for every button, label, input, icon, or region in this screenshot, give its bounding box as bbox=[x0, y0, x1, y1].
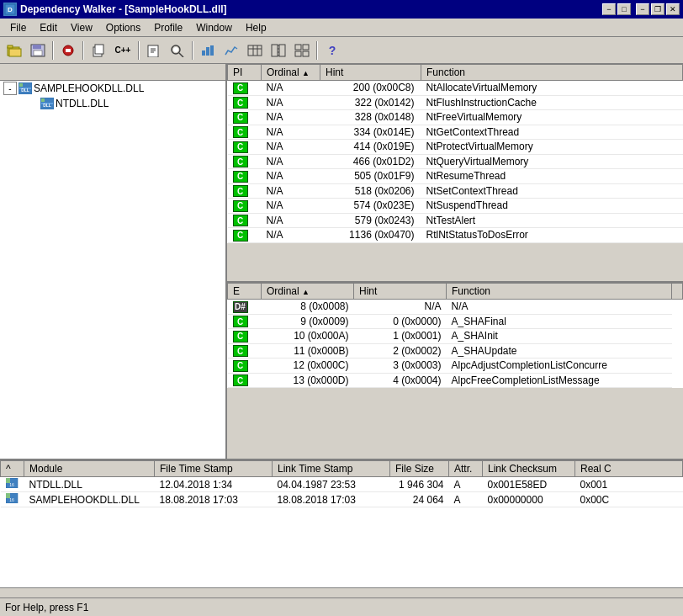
menu-window[interactable]: Window bbox=[189, 20, 239, 35]
lower-col-ordinal[interactable]: Ordinal ▲ bbox=[262, 284, 354, 300]
lower-cell-ordinal: 10 (0x000A) bbox=[262, 329, 354, 344]
menu-file[interactable]: File bbox=[3, 20, 33, 35]
toolbar-chart2[interactable] bbox=[220, 40, 242, 61]
bottom-col-attr[interactable]: Attr. bbox=[449, 461, 483, 477]
upper-right-pane[interactable]: PI Ordinal ▲ Hint Function C N/A 200 (0x… bbox=[227, 64, 683, 283]
bottom-table-row[interactable]: 16 SAMPLEHOOKDLL.DLL 18.08.2018 17:03 18… bbox=[1, 492, 683, 507]
upper-table-row[interactable]: C N/A 1136 (0x0470) RtlNtStatusToDosErro… bbox=[228, 228, 683, 243]
window-minimize-button[interactable]: − bbox=[636, 3, 649, 15]
lower-cell-e: C bbox=[228, 358, 262, 374]
upper-col-hint[interactable]: Hint bbox=[320, 65, 421, 81]
lower-col-e[interactable]: E bbox=[228, 284, 262, 300]
toolbar-search[interactable] bbox=[167, 40, 188, 61]
lower-table-row[interactable]: C 13 (0x000D) 4 (0x0004) AlpcFreeComplet… bbox=[228, 373, 683, 388]
bottom-col-linktime[interactable]: Link Time Stamp bbox=[273, 461, 390, 477]
upper-col-function[interactable]: Function bbox=[421, 65, 683, 81]
minimize-button[interactable]: − bbox=[602, 3, 616, 15]
maximize-button[interactable]: □ bbox=[617, 3, 631, 15]
lower-table-row[interactable]: C 12 (0x000C) 3 (0x0003) AlpcAdjustCompl… bbox=[228, 358, 683, 374]
upper-table-row[interactable]: C N/A 322 (0x0142) NtFlushInstructionCac… bbox=[228, 95, 683, 110]
upper-cell-pi: C bbox=[228, 183, 262, 199]
bottom-col-realc[interactable]: Real C bbox=[575, 461, 683, 477]
upper-table-row[interactable]: C N/A 466 (0x01D2) NtQueryVirtualMemory bbox=[228, 154, 683, 169]
menu-profile[interactable]: Profile bbox=[147, 20, 189, 35]
svg-text:DLL: DLL bbox=[21, 88, 29, 93]
lower-cell-function: A_SHAUpdate bbox=[447, 343, 672, 358]
svg-text:16: 16 bbox=[9, 497, 14, 502]
menu-options[interactable]: Options bbox=[99, 20, 147, 35]
tree-item-ntdll[interactable]: DLL NTDLL.DLL bbox=[0, 96, 225, 111]
bottom-cell-attr: A bbox=[449, 492, 483, 507]
menu-edit[interactable]: Edit bbox=[33, 20, 64, 35]
pi-badge: C bbox=[233, 171, 248, 183]
upper-table-row[interactable]: C N/A 579 (0x0243) NtTestAlert bbox=[228, 213, 683, 228]
bottom-area: ^ Module File Time Stamp Link Time Stamp… bbox=[0, 459, 683, 597]
lower-cell-e: C bbox=[228, 329, 262, 344]
upper-cell-ordinal: N/A bbox=[262, 110, 320, 125]
toolbar-open-file[interactable] bbox=[143, 40, 165, 61]
bottom-cell-module: NTDLL.DLL bbox=[24, 477, 155, 492]
upper-table-row[interactable]: C N/A 505 (0x01F9) NtResumeThread bbox=[228, 169, 683, 184]
bottom-table-area[interactable]: ^ Module File Time Stamp Link Time Stamp… bbox=[0, 459, 683, 587]
menu-help[interactable]: Help bbox=[239, 20, 273, 35]
lower-cell-ordinal: 13 (0x000D) bbox=[262, 373, 354, 388]
lower-col-hint[interactable]: Hint bbox=[354, 284, 447, 300]
upper-col-pi[interactable]: PI bbox=[228, 65, 262, 81]
toolbar-table[interactable] bbox=[244, 40, 266, 61]
toolbar-copy[interactable] bbox=[87, 40, 109, 61]
toolbar-grid[interactable] bbox=[291, 40, 313, 61]
upper-col-ordinal[interactable]: Ordinal ▲ bbox=[262, 65, 320, 81]
tree-expand-samplehook[interactable]: - bbox=[3, 82, 17, 95]
window-restore-button[interactable]: ❐ bbox=[651, 3, 664, 15]
lower-table-row[interactable]: D# 8 (0x0008) N/A N/A bbox=[228, 300, 683, 315]
lower-table-row[interactable]: C 9 (0x0009) 0 (0x0000) A_SHAFinal bbox=[228, 314, 683, 329]
main-area: - DLL SAMPLEHOOKDLL.DLL DLL bbox=[0, 64, 683, 459]
svg-rect-6 bbox=[33, 45, 41, 49]
upper-cell-ordinal: N/A bbox=[262, 169, 320, 184]
lower-cell-function: A_SHAInit bbox=[447, 329, 672, 344]
bottom-col-filesize[interactable]: File Size bbox=[390, 461, 449, 477]
upper-table-row[interactable]: C N/A 518 (0x0206) NtSetContextThread bbox=[228, 183, 683, 199]
bottom-col-module[interactable]: Module bbox=[24, 461, 155, 477]
tree-item-samplehook[interactable]: - DLL SAMPLEHOOKDLL.DLL bbox=[0, 81, 225, 96]
toolbar-chart1[interactable] bbox=[197, 40, 219, 61]
upper-cell-function: NtTestAlert bbox=[421, 213, 683, 228]
upper-table-row[interactable]: C N/A 414 (0x019E) NtProtectVirtualMemor… bbox=[228, 140, 683, 155]
lower-table-row[interactable]: C 11 (0x000B) 2 (0x0002) A_SHAUpdate bbox=[228, 343, 683, 358]
title-bar: D Dependency Walker - [SampleHookDLL.dll… bbox=[0, 0, 683, 19]
svg-text:DLL: DLL bbox=[43, 103, 51, 108]
upper-cell-hint: 334 (0x014E) bbox=[320, 125, 421, 140]
tree-icon-ntdll: DLL bbox=[40, 98, 54, 109]
upper-table-row[interactable]: C N/A 200 (0x00C8) NtAllocateVirtualMemo… bbox=[228, 81, 683, 96]
toolbar-split[interactable] bbox=[267, 40, 289, 61]
upper-table-row[interactable]: C N/A 574 (0x023E) NtSuspendThread bbox=[228, 199, 683, 214]
toolbar-stop[interactable] bbox=[57, 40, 79, 61]
bottom-col-marker[interactable]: ^ bbox=[1, 461, 24, 477]
bottom-col-checksum[interactable]: Link Checksum bbox=[483, 461, 575, 477]
window-close-button[interactable]: ✕ bbox=[666, 3, 680, 15]
lower-table-row[interactable]: C 10 (0x000A) 1 (0x0001) A_SHAInit bbox=[228, 329, 683, 344]
menu-view[interactable]: View bbox=[64, 20, 99, 35]
toolbar-save[interactable] bbox=[27, 40, 49, 61]
lower-cell-hint: 0 (0x0000) bbox=[354, 314, 447, 329]
lower-col-function[interactable]: Function bbox=[447, 284, 672, 300]
bottom-col-filetime[interactable]: File Time Stamp bbox=[155, 461, 273, 477]
tree-panel[interactable]: - DLL SAMPLEHOOKDLL.DLL DLL bbox=[0, 64, 227, 459]
upper-cell-hint: 574 (0x023E) bbox=[320, 199, 421, 214]
tree-label-samplehook: SAMPLEHOOKDLL.DLL bbox=[34, 82, 144, 94]
upper-cell-pi: C bbox=[228, 140, 262, 155]
lower-right-pane[interactable]: E Ordinal ▲ Hint Function D# 8 (0x0008) … bbox=[227, 283, 683, 407]
bottom-cell-realc: 0x00C bbox=[575, 492, 683, 507]
toolbar-open[interactable] bbox=[3, 40, 25, 61]
toolbar-cpp[interactable]: C++ bbox=[111, 40, 135, 61]
bottom-cell-module: SAMPLEHOOKDLL.DLL bbox=[24, 492, 155, 507]
lower-cell-ordinal: 12 (0x000C) bbox=[262, 358, 354, 374]
lower-cell-hint: 2 (0x0002) bbox=[354, 343, 447, 358]
svg-line-17 bbox=[179, 53, 183, 57]
toolbar-help[interactable]: ? bbox=[321, 40, 343, 61]
lower-cell-ordinal: 11 (0x000B) bbox=[262, 343, 354, 358]
bottom-scrollbar[interactable] bbox=[0, 587, 683, 597]
bottom-table-row[interactable]: 16 NTDLL.DLL 12.04.2018 1:34 04.04.1987 … bbox=[1, 477, 683, 492]
upper-table-row[interactable]: C N/A 334 (0x014E) NtGetContextThread bbox=[228, 125, 683, 140]
upper-table-row[interactable]: C N/A 328 (0x0148) NtFreeVirtualMemory bbox=[228, 110, 683, 125]
